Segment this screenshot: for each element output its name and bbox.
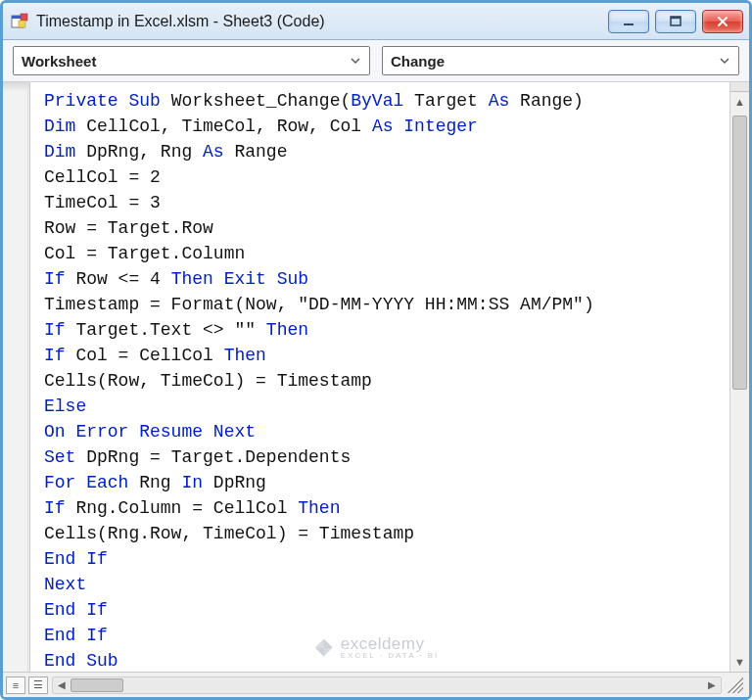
window-controls [608, 10, 743, 33]
close-button[interactable] [702, 10, 743, 33]
scroll-left-arrow-icon[interactable]: ◀ [53, 677, 70, 693]
resize-grip-icon[interactable] [728, 677, 743, 693]
vscroll-thumb[interactable] [732, 116, 747, 390]
vertical-scrollbar[interactable]: ▲ ▼ [729, 82, 749, 672]
code-outer: Private Sub Worksheet_Change(ByVal Targe… [3, 81, 749, 697]
maximize-button[interactable] [655, 10, 696, 33]
window-title: Timestamp in Excel.xlsm - Sheet3 (Code) [36, 13, 608, 30]
code-editor[interactable]: Private Sub Worksheet_Change(ByVal Targe… [30, 82, 729, 672]
horizontal-scrollbar[interactable]: ◀ ▶ [52, 677, 722, 694]
split-handle[interactable] [730, 82, 749, 92]
vbe-code-window: Timestamp in Excel.xlsm - Sheet3 (Code) … [0, 0, 752, 700]
chevron-down-icon [350, 53, 361, 70]
scroll-up-arrow-icon[interactable]: ▲ [730, 92, 749, 112]
object-dropdown-value: Worksheet [22, 53, 96, 70]
margin-indicator-bar[interactable] [3, 82, 30, 672]
minimize-button[interactable] [608, 10, 649, 33]
bottom-bar: ≡ ☰ ◀ ▶ [3, 672, 749, 697]
titlebar[interactable]: Timestamp in Excel.xlsm - Sheet3 (Code) [3, 3, 749, 40]
svg-rect-2 [21, 14, 27, 21]
full-module-view-button[interactable]: ☰ [28, 677, 48, 694]
procedure-view-button[interactable]: ≡ [6, 677, 25, 694]
app-icon [11, 13, 28, 30]
svg-rect-4 [624, 23, 634, 25]
code-body: Private Sub Worksheet_Change(ByVal Targe… [3, 82, 749, 672]
scroll-down-arrow-icon[interactable]: ▼ [730, 652, 749, 672]
procedure-dropdown-value: Change [391, 53, 445, 70]
vscroll-track[interactable] [730, 112, 749, 652]
chevron-down-icon [719, 53, 730, 70]
svg-rect-3 [19, 21, 25, 27]
object-dropdown[interactable]: Worksheet [13, 46, 370, 75]
svg-rect-6 [671, 17, 681, 19]
scroll-right-arrow-icon[interactable]: ▶ [703, 677, 721, 693]
hscroll-thumb[interactable] [70, 678, 123, 692]
procedure-dropdown[interactable]: Change [382, 46, 739, 75]
object-procedure-bar: Worksheet Change [3, 40, 749, 81]
